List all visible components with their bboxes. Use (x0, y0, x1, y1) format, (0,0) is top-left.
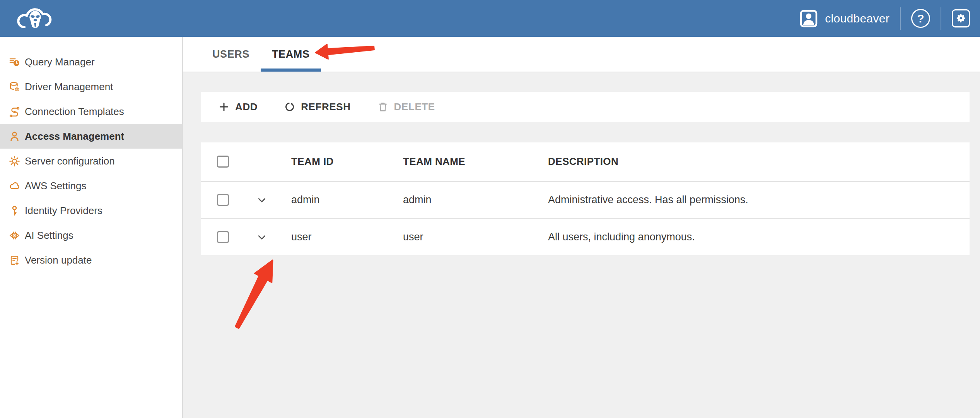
cell-team-id: admin (281, 194, 393, 206)
sidebar-item-driver-management[interactable]: Driver Management (0, 74, 182, 99)
header-checkbox-cell (201, 156, 243, 168)
teams-table: TEAM ID TEAM NAME DESCRIPTION admin admi… (201, 142, 970, 255)
row-checkbox-cell (201, 194, 243, 206)
delete-button[interactable]: DELETE (377, 101, 435, 113)
add-button-label: ADD (235, 101, 258, 113)
add-button[interactable]: ADD (218, 101, 258, 113)
refresh-button[interactable]: REFRESH (284, 101, 350, 113)
admin-sidebar: Query Manager Driver Management (0, 37, 183, 418)
sidebar-item-label: AWS Settings (25, 180, 86, 192)
sidebar-item-connection-templates[interactable]: Connection Templates (0, 99, 182, 124)
sidebar-item-label: Driver Management (25, 81, 113, 93)
row-checkbox[interactable] (217, 231, 229, 243)
tab-label: TEAMS (272, 48, 310, 60)
trash-icon (377, 101, 389, 113)
cell-team-name: admin (393, 194, 538, 206)
cloudbeaver-logo-icon (14, 5, 55, 33)
page-body: Query Manager Driver Management (0, 37, 980, 418)
sidebar-item-query-manager[interactable]: Query Manager (0, 50, 182, 74)
help-button[interactable]: ? (911, 9, 930, 28)
column-header-description: DESCRIPTION (538, 156, 970, 168)
cell-team-id: user (281, 231, 393, 243)
sidebar-item-identity-providers[interactable]: Identity Providers (0, 198, 182, 223)
sidebar-item-label: AI Settings (25, 230, 73, 242)
chevron-down-icon[interactable] (255, 194, 268, 207)
sidebar-item-version-update[interactable]: Version update (0, 248, 182, 272)
sidebar-item-label: Connection Templates (25, 106, 124, 118)
server-configuration-icon (9, 156, 20, 167)
table-header-row: TEAM ID TEAM NAME DESCRIPTION (201, 142, 970, 181)
topbar-divider (900, 7, 901, 30)
connection-templates-icon (9, 106, 20, 117)
access-management-icon (9, 131, 20, 142)
topbar-divider (941, 7, 941, 30)
chevron-down-icon[interactable] (255, 231, 268, 244)
user-block[interactable]: cloudbeaver (800, 9, 890, 28)
help-icon: ? (917, 12, 924, 25)
topbar: cloudbeaver ? (0, 0, 980, 37)
row-checkbox[interactable] (217, 194, 229, 206)
cell-description: Administrative access. Has all permissio… (538, 194, 970, 206)
sidebar-item-label: Version update (25, 254, 92, 266)
driver-management-icon (9, 81, 20, 93)
sidebar-item-access-management[interactable]: Access Management (0, 124, 182, 149)
tab-users[interactable]: USERS (201, 37, 261, 72)
aws-cloud-icon (9, 180, 20, 192)
column-header-team-name: TEAM NAME (393, 156, 538, 168)
sidebar-item-aws-settings[interactable]: AWS Settings (0, 173, 182, 198)
sidebar-item-label: Server configuration (25, 155, 115, 167)
version-update-icon (9, 255, 20, 266)
refresh-icon (284, 101, 295, 113)
cell-team-name: user (393, 231, 538, 243)
ai-chip-icon (9, 230, 20, 241)
sidebar-item-label: Query Manager (25, 56, 95, 68)
sidebar-item-label: Access Management (25, 130, 124, 142)
column-header-team-id: TEAM ID (281, 156, 393, 168)
tab-label: USERS (212, 48, 249, 60)
refresh-button-label: REFRESH (301, 101, 350, 113)
identity-key-icon (9, 205, 20, 216)
sidebar-item-server-configuration[interactable]: Server configuration (0, 149, 182, 173)
settings-button[interactable] (952, 9, 970, 27)
sidebar-item-ai-settings[interactable]: AI Settings (0, 223, 182, 248)
cloudbeaver-admin-app: cloudbeaver ? (0, 0, 980, 418)
delete-button-label: DELETE (394, 101, 435, 113)
plus-icon (218, 101, 230, 113)
main-area: USERS TEAMS ADD RE (183, 37, 980, 418)
query-manager-icon (9, 57, 20, 68)
gear-icon (956, 13, 966, 24)
table-row-admin[interactable]: admin admin Administrative access. Has a… (201, 181, 970, 218)
teams-toolbar: ADD REFRESH (201, 92, 970, 122)
user-name: cloudbeaver (825, 12, 890, 25)
tab-teams[interactable]: TEAMS (261, 37, 321, 72)
tabbar: USERS TEAMS (183, 37, 980, 72)
row-expander-cell (243, 194, 281, 207)
table-row-user[interactable]: user user All users, including anonymous… (201, 218, 970, 255)
row-checkbox-cell (201, 231, 243, 243)
row-expander-cell (243, 231, 281, 244)
select-all-checkbox[interactable] (217, 156, 229, 168)
cell-description: All users, including anonymous. (538, 231, 970, 243)
sidebar-item-label: Identity Providers (25, 205, 102, 217)
user-avatar-icon (800, 9, 818, 28)
